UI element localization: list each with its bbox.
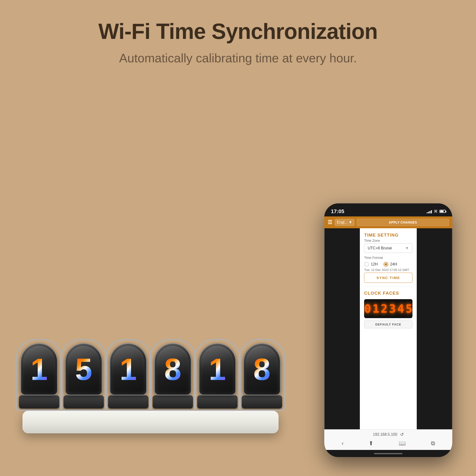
home-bar [374, 453, 403, 454]
clock-digits-row: 1 5 1 [19, 343, 282, 408]
nav-copy-icon[interactable]: ⧉ [431, 440, 435, 447]
battery-fill [440, 210, 443, 212]
phone-home-indicator [324, 450, 452, 457]
time-setting-section: TIME SETTING Time Zone UTC+8 Brunei ▼ Ti… [364, 233, 412, 283]
apply-changes-button[interactable]: APPLY CHANGES [357, 219, 449, 226]
tube-base-2 [64, 395, 104, 408]
phone-time: 17:05 [331, 208, 344, 215]
nixie-digit-4: 4 [397, 302, 404, 315]
timezone-value: UTC+8 Brunei [368, 246, 392, 250]
language-label: Engl... [337, 220, 348, 224]
nixie-display: 0 1 2 3 4 5 [364, 302, 412, 315]
tube-glass-1: 1 [20, 343, 58, 395]
nav-share-icon[interactable]: ⬆ [369, 440, 373, 447]
clock-base-platform [22, 411, 279, 433]
nav-book-icon[interactable]: 📖 [399, 440, 406, 447]
signal-bars-icon [427, 210, 432, 213]
tube-digit-4: 8 [164, 354, 181, 385]
nixie-digit-0: 0 [364, 302, 371, 315]
tube-glass-4: 8 [154, 343, 191, 395]
tube-base-3 [108, 395, 148, 408]
tube-digit-3: 1 [120, 354, 137, 385]
nixie-digit-2: 2 [381, 302, 388, 315]
signal-bar-2 [428, 212, 429, 213]
dropdown-icon: ▼ [348, 220, 352, 224]
tube-base-4 [153, 395, 193, 408]
language-selector[interactable]: Engl... ▼ [335, 219, 354, 226]
battery-icon [440, 210, 446, 213]
page-subtitle: Automatically calibrating time at every … [119, 51, 357, 65]
refresh-icon[interactable]: ↺ [400, 432, 404, 437]
select-arrow-icon: ▼ [405, 246, 409, 250]
content-area: 1 5 1 [0, 79, 476, 476]
time-format-radio-group: 12H 24H [364, 260, 412, 268]
nixie-digit-1: 1 [373, 302, 379, 315]
nixie-digit-5: 5 [406, 302, 412, 315]
app-header: ☰ Engl... ▼ APPLY CHANGES [324, 216, 452, 228]
radio-12h[interactable]: 12H [364, 262, 378, 267]
tube-glass-5: 1 [199, 343, 236, 395]
ip-row: 192.168.5.100 ↺ [329, 432, 448, 437]
wifi-icon: ⌘ [434, 209, 438, 214]
tube-4: 8 [153, 343, 193, 408]
tube-base-5 [197, 395, 238, 408]
timezone-label: Time Zone [364, 239, 412, 242]
signal-bar-4 [431, 210, 432, 213]
tube-digit-1: 1 [31, 354, 48, 385]
radio-24h-label: 24H [390, 262, 397, 266]
section-divider [364, 287, 412, 287]
tube-1: 1 [19, 343, 59, 408]
radio-circle-12h[interactable] [364, 262, 369, 267]
clock-faces-title: CLOCK FACES [364, 291, 412, 296]
nixie-digit-3: 3 [389, 302, 396, 315]
smartphone: 17:05 ⌘ ☰ [324, 204, 452, 457]
time-format-label: Time Format [364, 256, 412, 260]
radio-24h[interactable]: 24H [384, 262, 397, 267]
tube-digit-6: 8 [254, 354, 271, 385]
tube-base-6 [242, 395, 282, 408]
tube-6: 8 [242, 343, 282, 408]
clock-faces-section: CLOCK FACES 0 1 2 3 4 5 DEFAULT FACE [364, 291, 412, 328]
tube-base-1 [19, 395, 59, 408]
phone-status-icons: ⌘ [427, 209, 446, 214]
tube-3: 1 [108, 343, 148, 408]
tube-digit-5: 1 [209, 354, 226, 385]
nav-back-icon[interactable]: ‹ [341, 440, 343, 447]
hamburger-icon[interactable]: ☰ [328, 219, 332, 225]
tube-digit-2: 5 [75, 354, 92, 385]
radio-circle-24h[interactable] [384, 262, 388, 267]
radio-12h-label: 12H [371, 262, 378, 266]
ip-address: 192.168.5.100 [373, 432, 397, 437]
tube-glass-2: 5 [65, 343, 102, 395]
page-container: Wi-Fi Time Synchronization Automatically… [0, 0, 476, 476]
tube-glass-3: 1 [110, 343, 147, 395]
tube-2: 5 [64, 343, 104, 408]
page-title: Wi-Fi Time Synchronization [98, 19, 378, 44]
sync-time-button[interactable]: SYNC TIME [364, 272, 412, 283]
tube-5: 1 [197, 343, 238, 408]
clock-device: 1 5 1 [19, 343, 282, 433]
phone-notch [373, 204, 404, 210]
phone-bottom-bar: 192.168.5.100 ↺ ‹ ⬆ 📖 ⧉ [324, 429, 452, 450]
signal-bar-1 [427, 212, 428, 213]
time-setting-title: TIME SETTING [364, 233, 412, 238]
tube-glass-6: 8 [243, 343, 281, 395]
clock-face-preview: 0 1 2 3 4 5 [364, 299, 412, 318]
signal-bar-3 [429, 211, 430, 213]
date-time-display: Tue, 12 Dec 2023 17:05:12 GMT [364, 268, 412, 272]
app-content: TIME SETTING Time Zone UTC+8 Brunei ▼ Ti… [360, 228, 416, 429]
default-face-button[interactable]: DEFAULT FACE [364, 321, 412, 328]
bottom-nav: ‹ ⬆ 📖 ⧉ [329, 439, 448, 448]
timezone-select[interactable]: UTC+8 Brunei ▼ [364, 243, 412, 253]
